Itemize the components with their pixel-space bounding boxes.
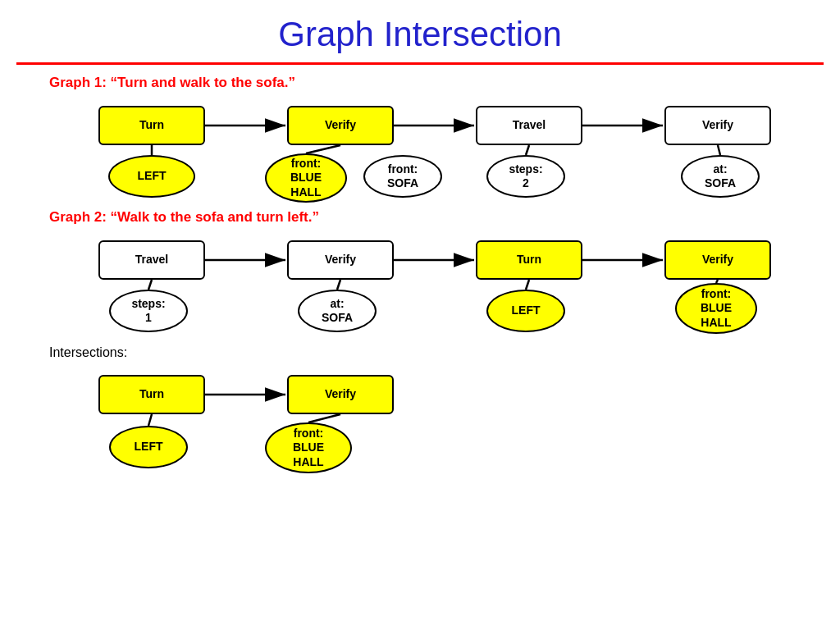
intersections-label: Intersections: [49, 345, 840, 360]
svg-line-7 [718, 145, 720, 155]
g2-atsofa: at: SOFA [298, 290, 377, 332]
g1-steps2: steps: 2 [486, 155, 565, 198]
g2-frontbluehall: front: BLUE HALL [675, 283, 757, 334]
graph1-container: Graph 1: “Turn and walk to the sofa.” Tu… [0, 75, 840, 204]
graph1-label: Graph 1: “Turn and walk to the sofa.” [49, 75, 840, 91]
svg-line-6 [526, 145, 529, 155]
g1-frontsofa: front: SOFA [363, 155, 442, 198]
svg-line-18 [148, 414, 152, 426]
g1-travel: Travel [476, 106, 582, 145]
svg-line-19 [308, 414, 340, 422]
int-frontbluehall: front: BLUE HALL [265, 422, 352, 473]
g1-frontbluehall: front: BLUE HALL [265, 153, 347, 203]
g2-turn: Turn [476, 240, 582, 280]
g2-steps1: steps: 1 [109, 290, 188, 332]
g1-turn: Turn [98, 106, 205, 145]
int-verify: Verify [287, 375, 394, 414]
intersect-area: TurnVerifyLEFTfront: BLUE HALL [41, 367, 799, 486]
g2-verify2: Verify [664, 240, 771, 280]
g1-left: LEFT [108, 155, 195, 198]
red-divider [16, 62, 824, 65]
graph2-container: Graph 2: “Walk to the sofa and turn left… [0, 209, 840, 339]
svg-line-14 [526, 280, 529, 290]
page-title: Graph Intersection [0, 0, 840, 62]
g2-travel: Travel [98, 240, 205, 280]
g1-atsofa: at: SOFA [681, 155, 760, 198]
svg-line-13 [337, 280, 340, 290]
int-left: LEFT [109, 426, 188, 468]
g1-verify1: Verify [287, 106, 394, 145]
svg-line-12 [148, 280, 152, 290]
svg-line-5 [306, 145, 340, 153]
intersections-container: Intersections: TurnVerifyLEFTfront: BLUE… [0, 345, 840, 486]
graph2-label: Graph 2: “Walk to the sofa and turn left… [49, 209, 840, 226]
g2-verify1: Verify [287, 240, 394, 280]
g1-verify2: Verify [664, 106, 771, 145]
int-turn: Turn [98, 375, 205, 414]
graph2-area: TravelVerifyTurnVerifysteps: 1at: SOFALE… [41, 232, 799, 339]
g2-left: LEFT [486, 290, 565, 332]
graph1-area: TurnVerifyTravelVerifyLEFTfront: BLUE HA… [41, 98, 799, 204]
